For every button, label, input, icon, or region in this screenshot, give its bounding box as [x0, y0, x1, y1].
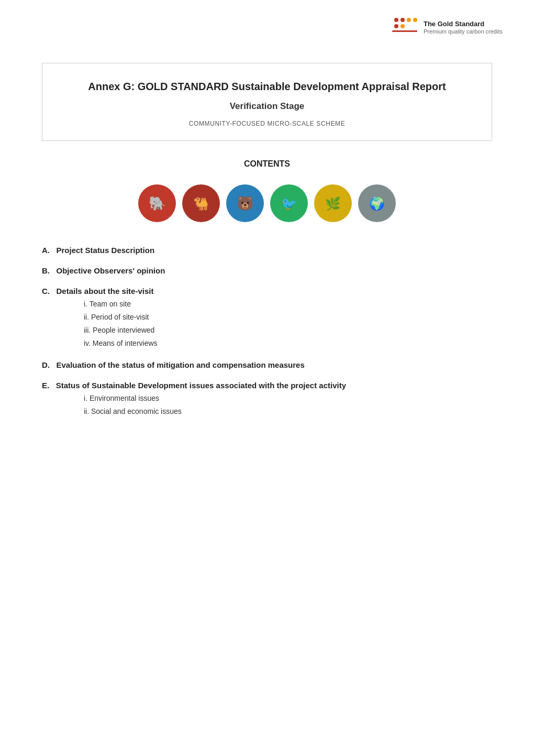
- main-content: Annex G: GOLD STANDARD Sustainable Devel…: [0, 0, 534, 460]
- svg-text:🌍: 🌍: [369, 196, 385, 211]
- menu-list: A. Project Status Description B. Objecti…: [42, 246, 492, 417]
- menu-item-e-label: E. Status of Sustainable Development iss…: [42, 381, 492, 390]
- svg-point-0: [394, 18, 398, 22]
- sub-item-c-i: i. Team on site: [84, 299, 492, 310]
- sub-item-c-iv: iv. Means of interviews: [84, 338, 492, 349]
- menu-item-a-label: A. Project Status Description: [42, 246, 492, 255]
- logo-subtitle: Premium quality carbon credits: [424, 28, 503, 35]
- title-box: Annex G: GOLD STANDARD Sustainable Devel…: [42, 63, 492, 141]
- logo-title: The Gold Standard: [424, 20, 503, 28]
- svg-point-5: [400, 24, 405, 28]
- menu-item-d-label: D. Evaluation of the status of mitigatio…: [42, 360, 492, 369]
- menu-item-e-text: Status of Sustainable Development issues…: [56, 381, 346, 390]
- menu-item-a-text: Project Status Description: [57, 246, 155, 255]
- svg-text:🐻: 🐻: [237, 195, 254, 212]
- leaf-icon: 🌿: [314, 184, 352, 222]
- menu-item-c-label: C. Details about the site-visit: [42, 287, 492, 295]
- logo-area: The Gold Standard Premium quality carbon…: [391, 16, 503, 39]
- contents-heading: CONTENTS: [42, 159, 492, 169]
- menu-item-c-sublist: i. Team on site ii. Period of site-visit…: [84, 299, 492, 349]
- svg-point-4: [394, 24, 398, 28]
- sub-item-e-ii: ii. Social and economic issues: [84, 406, 492, 417]
- menu-item-e-letter: E.: [42, 381, 54, 390]
- menu-item-c-letter: C.: [42, 287, 54, 295]
- menu-item-b-letter: B.: [42, 266, 54, 275]
- sub-item-c-ii: ii. Period of site-visit: [84, 312, 492, 323]
- menu-item-a-letter: A.: [42, 246, 54, 255]
- bird-icon: 🐦: [270, 184, 308, 222]
- main-title: Annex G: GOLD STANDARD Sustainable Devel…: [63, 79, 471, 94]
- svg-text:🐘: 🐘: [149, 195, 166, 212]
- elephant-icon: 🐘: [138, 184, 176, 222]
- scheme-label: COMMUNITY-FOCUSED MICRO-SCALE SCHEME: [63, 120, 471, 127]
- bear-icon: 🐻: [226, 184, 264, 222]
- svg-text:🌿: 🌿: [325, 196, 341, 211]
- svg-point-3: [413, 18, 417, 22]
- menu-item-e: E. Status of Sustainable Development iss…: [42, 381, 492, 417]
- svg-point-1: [400, 18, 405, 22]
- menu-item-a: A. Project Status Description: [42, 246, 492, 255]
- menu-item-d-letter: D.: [42, 360, 54, 369]
- svg-text:🐦: 🐦: [281, 196, 297, 211]
- logo-text-block: The Gold Standard Premium quality carbon…: [424, 20, 503, 35]
- menu-item-b-text: Objective Observers' opinion: [57, 266, 165, 275]
- menu-item-c: C. Details about the site-visit i. Team …: [42, 287, 492, 349]
- logo-icon: [391, 16, 418, 39]
- globe-icon: 🌍: [358, 184, 396, 222]
- menu-item-e-sublist: i. Environmental issues ii. Social and e…: [84, 393, 492, 417]
- menu-item-c-text: Details about the site-visit: [57, 287, 154, 295]
- icons-row: 🐘 🐫 🐻 🐦 🌿: [42, 184, 492, 222]
- svg-point-2: [407, 18, 411, 22]
- sub-item-e-i: i. Environmental issues: [84, 393, 492, 404]
- menu-item-b-label: B. Objective Observers' opinion: [42, 266, 492, 275]
- menu-item-b: B. Objective Observers' opinion: [42, 266, 492, 275]
- svg-text:🐫: 🐫: [193, 196, 209, 211]
- svg-rect-6: [392, 30, 417, 32]
- menu-item-d-text: Evaluation of the status of mitigation a…: [57, 360, 305, 369]
- menu-item-d: D. Evaluation of the status of mitigatio…: [42, 360, 492, 369]
- camel-icon: 🐫: [182, 184, 220, 222]
- verification-stage: Verification Stage: [63, 101, 471, 112]
- sub-item-c-iii: iii. People interviewed: [84, 325, 492, 336]
